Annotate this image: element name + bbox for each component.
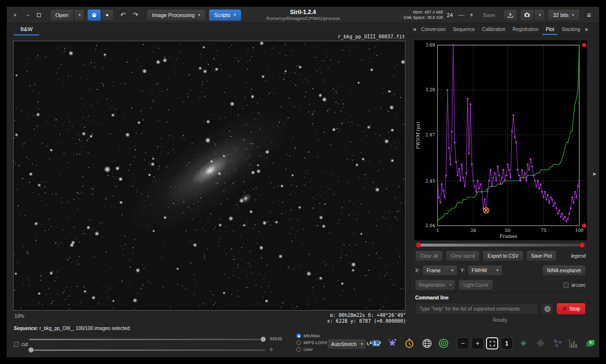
stretch-value: AutoStretch bbox=[331, 342, 356, 347]
screen: × − Open ▼ ● ↶ ↷ Image Processing▼ Scrip… bbox=[0, 0, 606, 364]
increment-button[interactable]: + bbox=[469, 12, 475, 18]
plot-x-range-slider[interactable] bbox=[416, 243, 585, 248]
registration-layer-value: Registration bbox=[419, 282, 445, 288]
light-curve-button[interactable]: Light Curve bbox=[458, 280, 493, 290]
bit-depth-select[interactable]: 32 bits▼ bbox=[548, 9, 580, 21]
pixel-math-button[interactable] bbox=[551, 337, 564, 349]
annotations-globe-button[interactable] bbox=[421, 337, 433, 349]
clear-latest-button[interactable]: Clear latest bbox=[446, 250, 480, 261]
zoom-one-button[interactable]: 1 bbox=[501, 337, 513, 349]
tabs-scroll-left-button[interactable]: ◀ bbox=[411, 27, 417, 32]
processing-panel: ◀ Conversion Sequence Calibration Regist… bbox=[410, 23, 590, 325]
zoom-in-button[interactable]: + bbox=[471, 337, 484, 349]
svg-text:3.28: 3.28 bbox=[425, 87, 435, 92]
image-canvas[interactable] bbox=[14, 41, 405, 310]
scripts-label: Scripts bbox=[214, 12, 231, 18]
y-axis-select[interactable]: FWHM▼ bbox=[468, 265, 503, 276]
image-processing-menu-button[interactable]: Image Processing▼ bbox=[147, 9, 206, 21]
image-processing-label: Image Processing bbox=[152, 12, 195, 18]
snapshot-button[interactable] bbox=[520, 9, 534, 21]
low-level-slider[interactable] bbox=[29, 347, 265, 353]
sequence-value: r_bkg_pp_OIII_, 100/100 images selected bbox=[39, 326, 130, 331]
arcsec-checkbox[interactable] bbox=[563, 282, 569, 288]
radio-user[interactable]: User bbox=[296, 346, 327, 352]
status-text: Ready. bbox=[415, 314, 586, 323]
stopwatch-icon bbox=[404, 338, 415, 348]
hamburger-menu-button[interactable]: ≡ bbox=[583, 9, 595, 21]
menu-icon: ≡ bbox=[587, 11, 591, 19]
star-detection-button[interactable] bbox=[386, 337, 399, 349]
svg-text:2.45: 2.45 bbox=[425, 179, 435, 183]
astrometry-clock-button[interactable] bbox=[403, 337, 416, 349]
bit-depth-label: 32 bits bbox=[553, 12, 569, 18]
decrement-button[interactable]: — bbox=[457, 12, 466, 18]
clear-all-button[interactable]: Clear all bbox=[415, 250, 443, 261]
svg-text:2.04: 2.04 bbox=[425, 223, 435, 228]
svg-text:26: 26 bbox=[471, 228, 476, 233]
high-level-slider[interactable] bbox=[29, 336, 265, 342]
save-plot-button[interactable]: Save Plot bbox=[526, 250, 557, 261]
cut-checkbox[interactable] bbox=[14, 342, 19, 347]
range-handle-left[interactable] bbox=[416, 243, 421, 248]
zoom-fit-button[interactable] bbox=[486, 337, 498, 349]
svg-text:Frames: Frames bbox=[500, 233, 517, 239]
home-button[interactable] bbox=[87, 9, 101, 21]
low-level-handle[interactable] bbox=[28, 347, 34, 353]
radio-minmax[interactable]: Min/Max bbox=[296, 332, 327, 339]
range-handle-right[interactable] bbox=[580, 243, 585, 248]
command-help-button[interactable] bbox=[541, 303, 554, 314]
x-axis-select[interactable]: Frame▼ bbox=[422, 265, 457, 276]
save-button[interactable]: Save bbox=[478, 9, 501, 21]
scripts-menu-button[interactable]: Scripts▼ bbox=[209, 9, 242, 21]
save-as-button[interactable] bbox=[504, 9, 517, 21]
statistics-button[interactable] bbox=[567, 337, 580, 349]
chevron-down-icon: ▼ bbox=[496, 269, 499, 272]
redo-button[interactable]: ↷ bbox=[129, 9, 142, 21]
snapshot-dropdown-button[interactable]: ▼ bbox=[534, 9, 545, 21]
radio-mips-label: MIPS-LO/HI bbox=[303, 340, 327, 345]
stop-label: Stop bbox=[569, 306, 580, 312]
registration-layer-select[interactable]: Registration▼ bbox=[415, 280, 455, 290]
photometry-target-button[interactable] bbox=[437, 337, 450, 349]
plot-area: 2.042.452.873.283.691265075100FramesFWHM… bbox=[414, 40, 587, 240]
maximize-window-button[interactable] bbox=[37, 13, 41, 17]
tab-stacking[interactable]: Stacking bbox=[558, 24, 583, 35]
open-dropdown-button[interactable]: ▼ bbox=[74, 9, 84, 21]
globe-icon bbox=[544, 305, 551, 313]
nina-exoplanet-button[interactable]: NINA exoplanet bbox=[542, 265, 586, 276]
svg-text:100: 100 bbox=[575, 228, 583, 233]
radio-mips[interactable]: MIPS-LO/HI bbox=[296, 339, 327, 346]
high-level-handle[interactable] bbox=[260, 336, 266, 342]
chevron-down-icon: ▼ bbox=[78, 14, 81, 17]
tab-conversion[interactable]: Conversion bbox=[418, 24, 449, 35]
tab-bw[interactable]: B&W bbox=[14, 24, 39, 35]
undo-button[interactable]: ↶ bbox=[117, 9, 129, 21]
slider-track bbox=[29, 349, 265, 351]
svg-text:2.87: 2.87 bbox=[425, 132, 435, 137]
snapshot-tool-button[interactable] bbox=[370, 337, 383, 349]
open-button[interactable]: Open bbox=[50, 9, 74, 21]
display-stretch-select[interactable]: AutoStretch▼ bbox=[327, 339, 366, 349]
stop-button[interactable]: ✕Stop bbox=[556, 303, 586, 314]
command-input[interactable] bbox=[415, 303, 538, 314]
tabs-scroll-right-button[interactable]: ▶ bbox=[584, 27, 590, 32]
command-line-title: Command line bbox=[415, 295, 586, 300]
tab-plot[interactable]: Plot bbox=[542, 24, 557, 35]
layers-merge-button[interactable] bbox=[534, 337, 547, 349]
panel-collapse-arrow[interactable]: ▶ bbox=[593, 171, 597, 176]
stop-x-icon: ✕ bbox=[562, 305, 567, 312]
sequence-export-button[interactable] bbox=[584, 337, 597, 349]
window-title: Siril-1.2.4 /home/cyril/images/CP/M31/pr… bbox=[266, 9, 340, 21]
rgb-composition-button[interactable] bbox=[517, 337, 530, 349]
tab-sequence[interactable]: Sequence bbox=[450, 24, 478, 35]
fwhm-plot[interactable]: 2.042.452.873.283.691265075100FramesFWHM… bbox=[414, 40, 587, 240]
zoom-out-button[interactable]: − bbox=[457, 337, 469, 349]
livestack-button[interactable]: ● bbox=[101, 9, 114, 21]
close-window-button[interactable]: × bbox=[11, 12, 19, 18]
legend-label: legend bbox=[571, 253, 586, 259]
tab-calibration[interactable]: Calibration bbox=[479, 24, 509, 35]
minimize-window-button[interactable]: − bbox=[24, 12, 33, 18]
tab-registration[interactable]: Registration bbox=[509, 24, 542, 35]
pixel-readout: x: 6228 y: 0787 (=0.000000) bbox=[327, 318, 406, 324]
export-csv-button[interactable]: Export to CSV bbox=[483, 250, 523, 261]
